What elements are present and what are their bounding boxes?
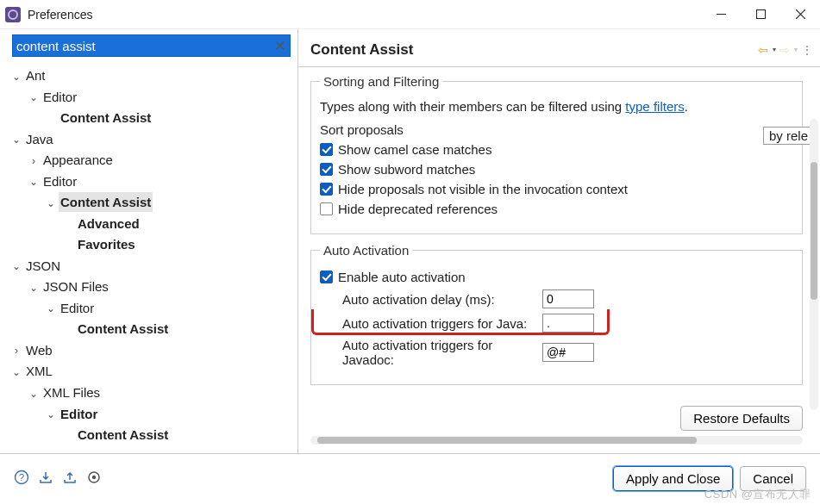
clear-filter-icon[interactable]: ✕	[274, 38, 285, 54]
javadoc-trigger-input[interactable]	[542, 343, 594, 362]
maximize-button[interactable]	[741, 0, 780, 29]
restore-defaults-button[interactable]: Restore Defaults	[680, 406, 803, 431]
eclipse-icon	[5, 7, 21, 22]
hide-deprecated-label: Hide deprecated references	[338, 202, 498, 216]
tree-node[interactable]: ›Appearance	[10, 150, 296, 171]
tree-node[interactable]: ⌄Editor	[10, 171, 296, 193]
svg-rect-0	[756, 10, 765, 19]
tree-twist-icon[interactable]: ›	[28, 152, 40, 171]
tree-node-label: JSON Files	[41, 277, 110, 296]
tree-node[interactable]: ⌄Editor	[10, 404, 296, 426]
tree-node-label: Ant	[24, 65, 47, 85]
forward-icon[interactable]: ⇨	[779, 43, 790, 57]
tree-twist-icon[interactable]	[45, 109, 57, 129]
export-icon[interactable]	[62, 470, 78, 488]
enable-auto-label: Enable auto activation	[338, 270, 466, 284]
java-trigger-input[interactable]	[542, 314, 594, 333]
tree-twist-icon[interactable]	[62, 426, 74, 446]
tree-twist-icon[interactable]: ⌄	[28, 172, 40, 192]
sorting-group: Sorting and Filtering Types along with t…	[310, 74, 803, 234]
tree-node[interactable]: ⌄Editor	[10, 87, 296, 109]
tree-node-label: JSON	[24, 256, 62, 276]
tree-twist-icon[interactable]: ⌄	[28, 278, 40, 298]
tree-node-label: Editor	[59, 298, 96, 318]
tree-node[interactable]: ⌄XML	[10, 361, 296, 383]
tree-node-label: Editor	[59, 404, 99, 424]
tree-node[interactable]: Content Assist	[10, 108, 296, 129]
tree-twist-icon[interactable]	[62, 236, 74, 256]
help-icon[interactable]: ?	[14, 470, 29, 488]
tree-node[interactable]: Content Assist	[10, 319, 296, 340]
hide-invoc-checkbox[interactable]	[320, 183, 333, 196]
import-icon[interactable]	[38, 470, 53, 488]
filter-input[interactable]	[12, 34, 291, 57]
camel-case-label: Show camel case matches	[338, 142, 491, 157]
tree-node-label: Java	[24, 129, 55, 149]
sort-proposals-label: Sort proposals	[320, 122, 404, 137]
sorting-legend: Sorting and Filtering	[320, 74, 442, 89]
tree-node[interactable]: Content Assist	[10, 425, 296, 446]
back-icon[interactable]: ⇦	[758, 43, 768, 57]
tree-node-label: XML Files	[41, 383, 102, 402]
enable-auto-checkbox[interactable]	[320, 271, 333, 283]
tree-node[interactable]: Favorites	[10, 234, 296, 256]
tree-node[interactable]: ›Web	[10, 340, 296, 362]
type-filters-link[interactable]: type filters	[625, 99, 684, 114]
tree-twist-icon[interactable]: ⌄	[10, 67, 22, 87]
tree-twist-icon[interactable]: ⌄	[10, 130, 22, 150]
subword-checkbox[interactable]	[320, 163, 333, 176]
type-filters-text: Types along with their members can be fi…	[320, 99, 793, 114]
tree-node-label: Editor	[41, 87, 78, 107]
tree-twist-icon[interactable]: ⌄	[10, 257, 22, 277]
tree-twist-icon[interactable]: ⌄	[45, 405, 57, 425]
tree-twist-icon[interactable]	[62, 215, 74, 234]
tree-twist-icon[interactable]: ⌄	[28, 384, 40, 404]
javadoc-trigger-label: Auto activation triggers for Javadoc:	[320, 338, 542, 367]
tree-twist-icon[interactable]: ⌄	[45, 299, 57, 319]
tree-node[interactable]: ⌄Java	[10, 129, 296, 151]
cancel-button[interactable]: Cancel	[740, 466, 806, 491]
tree-node-label: Content Assist	[76, 425, 170, 445]
nav-panel: ✕ ⌄Ant⌄Editor Content Assist⌄Java›Appear…	[0, 29, 298, 453]
tree-node[interactable]: Advanced	[10, 214, 296, 235]
minimize-button[interactable]	[701, 0, 741, 29]
button-bar: ? Apply and Close Cancel	[0, 453, 820, 503]
vertical-scrollbar[interactable]	[810, 119, 818, 410]
tree-node[interactable]: ⌄Ant	[10, 65, 296, 87]
tree-node[interactable]: ⌄JSON	[10, 256, 296, 277]
camel-case-checkbox[interactable]	[320, 143, 333, 156]
tree-node-label: Content Assist	[59, 108, 153, 128]
tree-node[interactable]: ⌄XML Files	[10, 383, 296, 404]
svg-text:?: ?	[19, 472, 24, 482]
tree-node-label: Favorites	[76, 234, 137, 254]
tree-twist-icon[interactable]	[62, 320, 74, 340]
svg-point-4	[92, 476, 96, 479]
tree-node-label: XML	[24, 361, 54, 381]
delay-label: Auto activation delay (ms):	[320, 292, 542, 307]
close-button[interactable]	[780, 0, 820, 29]
tree-node-label: Editor	[41, 171, 78, 191]
settings-panel: Content Assist ⇦▾ ⇨▾ ⋮ Sorting and Filte…	[298, 29, 820, 453]
hide-deprecated-checkbox[interactable]	[320, 202, 333, 215]
hide-invoc-label: Hide proposals not visible in the invoca…	[338, 182, 628, 196]
horizontal-scrollbar[interactable]	[310, 436, 803, 445]
tree-twist-icon[interactable]: ⌄	[28, 88, 40, 108]
oomph-icon[interactable]	[86, 470, 102, 488]
subword-label: Show subword matches	[338, 162, 475, 177]
tree-node[interactable]: ⌄Editor	[10, 298, 296, 320]
tree-node[interactable]: ⌄JSON Files	[10, 277, 296, 298]
preferences-tree[interactable]: ⌄Ant⌄Editor Content Assist⌄Java›Appearan…	[5, 60, 296, 453]
window-title: Preferences	[28, 8, 92, 22]
tree-twist-icon[interactable]: ⌄	[10, 363, 22, 383]
tree-node[interactable]: ⌄Content Assist	[10, 192, 296, 214]
auto-legend: Auto Activation	[320, 243, 412, 258]
titlebar: Preferences	[0, 0, 820, 29]
delay-input[interactable]	[542, 289, 594, 308]
tree-twist-icon[interactable]: ›	[10, 341, 22, 361]
menu-icon[interactable]: ⋮	[801, 43, 810, 57]
sort-proposals-select[interactable]: by rele	[763, 127, 811, 145]
tree-twist-icon[interactable]: ⌄	[45, 194, 57, 214]
apply-close-button[interactable]: Apply and Close	[613, 466, 733, 491]
tree-node-label: Appearance	[41, 150, 115, 170]
tree-node-label: Content Assist	[59, 192, 153, 212]
